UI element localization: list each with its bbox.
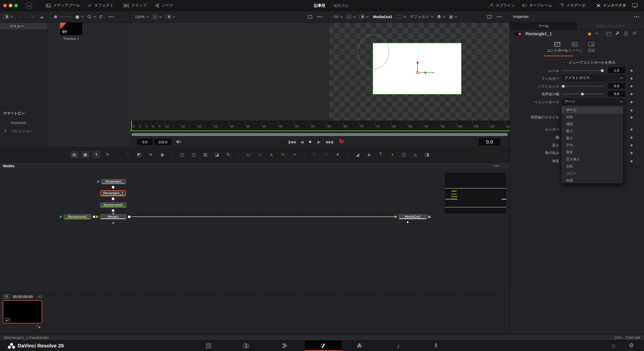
tab-nodes[interactable]: ノード bbox=[149, 0, 179, 11]
shape-3d-tool-icon[interactable]: ◖ bbox=[388, 151, 396, 158]
node-background1[interactable]: Background1 bbox=[64, 214, 91, 220]
paint-mode-option[interactable]: マージ bbox=[561, 107, 623, 114]
filter-dropdown[interactable]: ファストガウス bbox=[562, 75, 625, 81]
viewer-assign-buttons[interactable] bbox=[403, 220, 410, 224]
keyframe-diamond-icon[interactable]: ◆ bbox=[630, 159, 633, 163]
lut-preset-dropdown[interactable]: デフォルト bbox=[410, 14, 433, 19]
ellipse-mask-tool-icon[interactable]: ○ bbox=[256, 151, 264, 158]
roi-dropdown[interactable] bbox=[397, 15, 406, 19]
keyframe-diamond-icon[interactable]: ◆ bbox=[630, 76, 633, 80]
brightness-contrast-tool-icon[interactable]: ☀ bbox=[147, 151, 155, 158]
node-connector[interactable] bbox=[112, 209, 114, 212]
blur-tool-icon[interactable]: ◉ bbox=[158, 151, 166, 158]
fit-dropdown[interactable]: Fit bbox=[334, 15, 342, 19]
node-editor[interactable]: Rectangle1 Rectangle1_1 Background2 Back… bbox=[0, 169, 510, 292]
bspline-mask-tool-icon[interactable]: ∿ bbox=[279, 151, 287, 158]
timeline-scrollbar[interactable] bbox=[131, 133, 508, 136]
node-connector[interactable] bbox=[128, 215, 131, 218]
wand-mask-tool-icon[interactable]: ≈ bbox=[291, 151, 299, 158]
subtab-settings[interactable]: 設定 bbox=[588, 42, 595, 53]
paint-mode-option[interactable]: 反転 bbox=[561, 163, 623, 170]
page-fairlight[interactable]: ♪ bbox=[393, 341, 403, 350]
keyframe-diamond-icon[interactable]: ◆ bbox=[630, 115, 633, 119]
playhead[interactable] bbox=[131, 121, 132, 130]
inspector-options-icon[interactable]: ••• bbox=[634, 15, 640, 19]
paint-mode-popup[interactable]: マージ加算減算最小最大平均乗算置き換え反転コピー無視 bbox=[561, 105, 623, 184]
connection-line[interactable] bbox=[131, 216, 395, 217]
stop-button[interactable]: ■ bbox=[309, 140, 311, 144]
fast-noise-tool-icon[interactable]: ▩ bbox=[82, 151, 89, 158]
render-in-field[interactable]: 0.0 bbox=[137, 139, 153, 145]
subtab-image[interactable]: イメージ bbox=[568, 42, 582, 53]
tab-spline[interactable]: スプライン bbox=[482, 0, 521, 11]
pin-icon[interactable] bbox=[615, 31, 620, 36]
node-merge1[interactable]: Merge1 bbox=[100, 214, 127, 220]
paint-mode-option[interactable]: 最小 bbox=[561, 128, 623, 135]
channel-booleans-tool-icon[interactable]: ▥ bbox=[201, 151, 209, 158]
current-clip-thumbnail[interactable] bbox=[3, 300, 42, 323]
keyframe-diamond-icon[interactable]: ◆ bbox=[630, 92, 633, 96]
particle-render-tool-icon[interactable]: ∷ bbox=[322, 151, 330, 158]
reset-icon[interactable]: ↺ bbox=[632, 30, 636, 36]
paint-mode-option[interactable]: コピー bbox=[561, 170, 623, 177]
clean-feed-icon[interactable] bbox=[632, 3, 638, 8]
level-value[interactable]: 1.0 bbox=[608, 67, 625, 73]
soft-edge-slider[interactable] bbox=[562, 86, 605, 86]
grid-overlay-dropdown[interactable]: ▦ bbox=[449, 14, 457, 19]
timeline-ruler[interactable]: 0246810152025303540455055606570758085909… bbox=[130, 121, 510, 130]
color-curves-tool-icon[interactable]: ◩ bbox=[135, 151, 143, 158]
page-edit[interactable] bbox=[280, 341, 290, 350]
paint-mode-option[interactable]: 置き換え bbox=[561, 156, 623, 163]
node-rectangle1[interactable]: Rectangle1 bbox=[101, 179, 126, 184]
viewer1-dot[interactable] bbox=[404, 221, 406, 223]
paint-tool-icon[interactable]: ✎ bbox=[104, 151, 112, 158]
paint-mode-option[interactable]: 無視 bbox=[561, 177, 623, 184]
keyframe-diamond-icon[interactable]: ◆ bbox=[630, 108, 633, 112]
channel-dropdown[interactable]: A bbox=[346, 15, 355, 19]
search-icon[interactable] bbox=[87, 15, 96, 19]
node-rectangle1-1[interactable]: Rectangle1_1 bbox=[100, 190, 126, 196]
tab-keyframes[interactable]: キーフレーム bbox=[516, 0, 558, 11]
tab-tools[interactable]: ツール bbox=[510, 23, 577, 30]
border-width-slider[interactable] bbox=[562, 94, 605, 94]
audio-mute-icon[interactable] bbox=[176, 139, 182, 145]
render-out-field[interactable]: 119.0 bbox=[154, 139, 171, 145]
lock-icon[interactable] bbox=[624, 31, 628, 36]
history-back-forward-icon[interactable]: ‹ › bbox=[20, 15, 27, 19]
node-connector[interactable] bbox=[428, 215, 431, 218]
matte-control-tool-icon[interactable]: ◪ bbox=[213, 151, 221, 158]
light-3d-tool-icon[interactable]: ◬ bbox=[411, 151, 419, 158]
color-controls-dropdown[interactable] bbox=[437, 15, 445, 19]
sidebar-item-collections[interactable]: コレクション bbox=[11, 129, 33, 134]
node-connector[interactable] bbox=[112, 197, 114, 200]
viewer2-dot[interactable] bbox=[407, 221, 409, 223]
tab-metadata[interactable]: メタデータ bbox=[553, 0, 591, 11]
cloud-icon[interactable]: ☁↓ bbox=[39, 14, 45, 19]
channel-dropdown[interactable]: A bbox=[152, 15, 162, 19]
node-color-swatch[interactable] bbox=[588, 32, 591, 36]
polygon-mask-tool-icon[interactable]: ∧ bbox=[267, 151, 275, 158]
viewer-zoom-dropdown[interactable]: 100% bbox=[135, 15, 148, 19]
dissolve-tool-icon[interactable]: ◰ bbox=[190, 151, 198, 158]
settings-gear-icon[interactable]: ⚙ bbox=[629, 342, 634, 349]
keyframe-diamond-icon[interactable]: ◆ bbox=[630, 151, 633, 155]
sidebar-item-keywords[interactable]: Keywords bbox=[11, 121, 26, 125]
sort-icon[interactable]: ↓ bbox=[99, 15, 105, 19]
page-fusion-active[interactable]: ✦ ✦ bbox=[305, 341, 342, 350]
window-minimize-button[interactable] bbox=[9, 4, 12, 7]
nodes-options-icon[interactable]: ••• bbox=[494, 164, 500, 168]
rectangle-mask-tool-icon[interactable]: ▭ bbox=[244, 151, 252, 158]
media-pool-options-icon[interactable]: ••• bbox=[108, 15, 114, 19]
page-cut[interactable] bbox=[241, 341, 251, 350]
home-icon[interactable]: ⌂ bbox=[612, 342, 616, 349]
text-plus-tool-icon[interactable]: T bbox=[93, 151, 100, 158]
merge-tool-icon[interactable]: ◱ bbox=[178, 151, 186, 158]
paint-mode-option[interactable]: 平均 bbox=[561, 142, 623, 149]
quick-export-icon[interactable] bbox=[26, 3, 32, 9]
keyframe-diamond-icon[interactable]: ◆ bbox=[630, 84, 633, 88]
sidebar-toggle-icon[interactable] bbox=[3, 15, 13, 19]
subtab-controls[interactable]: コントロール bbox=[547, 42, 568, 53]
keyframe-diamond-icon[interactable]: ◆ bbox=[630, 127, 633, 131]
tab-inspector[interactable]: インスペクタ bbox=[590, 0, 632, 11]
transform-tool-icon[interactable]: ↻ bbox=[224, 151, 232, 158]
